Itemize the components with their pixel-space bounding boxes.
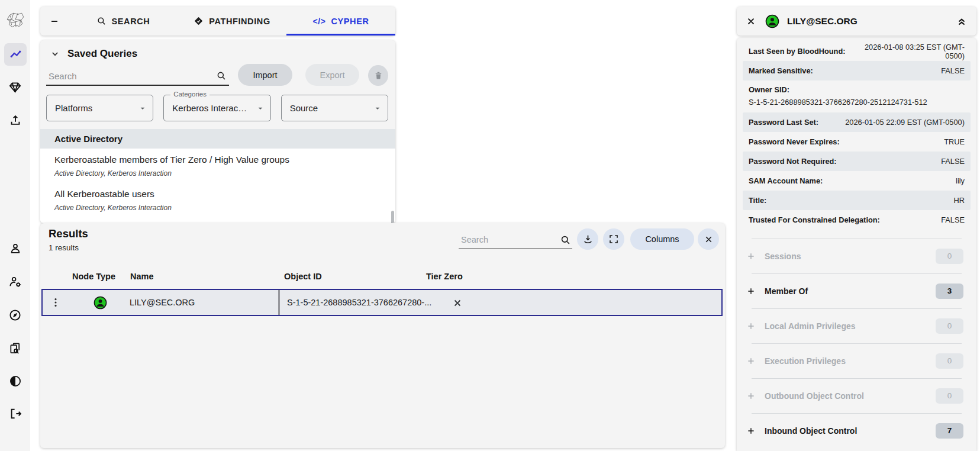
pathfinding-icon (194, 16, 204, 26)
search-icon (96, 16, 107, 26)
columns-button[interactable]: Columns (630, 228, 694, 250)
import-button[interactable]: Import (238, 64, 292, 86)
sidebar-item-docs[interactable] (0, 304, 30, 326)
property-row: Title: HR (743, 191, 971, 210)
section-member-of[interactable]: Member Of 3 (737, 273, 976, 308)
plus-icon (746, 426, 756, 436)
plus-icon (746, 286, 756, 296)
section-label: Execution Privileges (765, 356, 846, 366)
query-category-header: Active Directory (40, 129, 395, 149)
chevron-down-icon[interactable] (49, 48, 61, 60)
bloodhound-logo (0, 8, 30, 33)
sidebar-item-file-ingest[interactable] (0, 109, 30, 131)
sidebar-item-logout[interactable] (0, 402, 30, 425)
close-entity-panel-button[interactable] (746, 16, 756, 27)
expand-results-button[interactable] (603, 228, 624, 250)
section-inbound-object-control[interactable]: Inbound Object Control 7 (737, 413, 976, 448)
saved-queries-search (46, 65, 229, 86)
property-row: Password Never Expires: TRUE (743, 132, 971, 152)
saved-queries-search-input[interactable] (47, 70, 221, 82)
upload-icon (9, 114, 22, 127)
entity-title: LILY@SEC.ORG (787, 16, 858, 27)
gem-icon (8, 80, 22, 94)
property-row: Trusted For Constrained Delegation: FALS… (743, 210, 971, 230)
section-local-admin-privileges[interactable]: Local Admin Privileges 0 (737, 308, 976, 343)
sidebar-item-explore[interactable] (4, 43, 27, 66)
results-search (459, 230, 572, 249)
collapse-entity-panel-button[interactable] (956, 15, 968, 27)
tab-pathfinding[interactable]: PATHFINDING (178, 7, 286, 36)
column-header-tier-zero[interactable]: Tier Zero (426, 272, 463, 281)
property-row: Marked Sensitive: FALSE (743, 61, 971, 80)
delete-queries-button[interactable] (368, 65, 388, 86)
download-icon (582, 234, 594, 245)
sidebar-item-api-explorer[interactable] (0, 337, 30, 359)
entity-sections: Sessions 0 Member Of 3 Local Admin Privi… (737, 239, 976, 448)
property-label: SAM Account Name: (749, 176, 823, 185)
person-icon (9, 242, 22, 255)
explore-tab-bar: SEARCH PATHFINDING </> CYPHER (40, 7, 395, 36)
sidebar-item-administration[interactable] (0, 270, 30, 293)
plus-icon (746, 321, 756, 331)
property-value: FALSE (941, 157, 965, 166)
saved-queries-header: Saved Queries (40, 40, 395, 61)
property-value: TRUE (944, 137, 965, 146)
query-tags: Active Directory, Kerberos Interaction (54, 169, 395, 178)
result-table-row[interactable]: LILY@SEC.ORG S-1-5-21-2688985321-3766267… (41, 289, 723, 316)
tab-search[interactable]: SEARCH (69, 7, 178, 36)
section-count-badge: 0 (936, 249, 963, 264)
close-icon (704, 234, 714, 244)
column-header-object-id[interactable]: Object ID (284, 272, 322, 281)
section-label: Outbound Object Control (765, 391, 864, 401)
property-label: Last Seen by BloodHound: (749, 47, 846, 56)
export-button[interactable]: Export (305, 64, 360, 86)
section-label: Sessions (765, 252, 801, 261)
tab-cypher[interactable]: </> CYPHER (286, 7, 395, 36)
section-count-badge: 3 (936, 284, 963, 299)
property-value: FALSE (941, 66, 965, 75)
download-results-button[interactable] (577, 228, 598, 250)
platforms-select[interactable]: Platforms (46, 95, 153, 121)
section-label: Member Of (765, 286, 808, 296)
saved-queries-title: Saved Queries (67, 48, 137, 60)
sidebar-item-profile[interactable] (0, 237, 30, 260)
column-header-node-type[interactable]: Node Type (72, 272, 115, 281)
query-list-item[interactable]: Kerberoastable users with most admin pri… (40, 217, 395, 223)
query-list-item[interactable]: All Kerberoastable users Active Director… (40, 183, 395, 217)
property-value: S-1-5-21-2688985321-3766267280-251212473… (749, 98, 965, 107)
cell-name: LILY@SEC.ORG (130, 298, 195, 307)
saved-queries-panel: Saved Queries Import Export Platforms Ca… (40, 40, 395, 223)
query-list-item[interactable]: Kerberoastable members of Tier Zero / Hi… (40, 149, 395, 183)
entity-panel-header: LILY@SEC.ORG (737, 7, 976, 36)
column-header-name[interactable]: Name (130, 272, 154, 281)
code-icon: </> (312, 17, 325, 26)
document-search-icon (8, 342, 22, 355)
property-label: Password Not Required: (749, 157, 837, 166)
section-execution-privileges[interactable]: Execution Privileges 0 (737, 343, 976, 378)
sidebar-item-dark-mode[interactable] (0, 370, 30, 392)
logout-icon (9, 407, 22, 420)
section-sessions[interactable]: Sessions 0 (737, 239, 976, 273)
results-search-input[interactable] (460, 234, 551, 245)
close-results-button[interactable] (698, 228, 719, 250)
cell-object-id[interactable]: S-1-5-21-2688985321-3766267280-... (287, 298, 431, 307)
query-title: Kerberoastable members of Tier Zero / Hi… (54, 154, 395, 166)
sidebar-item-group-management[interactable] (0, 76, 30, 98)
section-outbound-object-control[interactable]: Outbound Object Control 0 (737, 378, 976, 413)
categories-select[interactable]: Categories Kerberos Interacti... (163, 95, 270, 121)
categories-select-label: Categories (170, 91, 209, 98)
minimize-button[interactable] (40, 7, 69, 36)
row-menu-button[interactable] (50, 297, 62, 308)
caret-down-icon (256, 104, 265, 113)
property-row: SAM Account Name: lily (743, 171, 971, 191)
property-label: Owner SID: (749, 85, 789, 94)
property-label: Marked Sensitive: (749, 66, 813, 75)
property-value: FALSE (941, 215, 965, 224)
property-row: Last Seen by BloodHound: 2026-01-08 03:2… (743, 41, 971, 61)
source-select[interactable]: Source (281, 95, 388, 121)
query-list-scrollbar[interactable] (391, 211, 394, 223)
property-value: 2026-01-08 03:25 EST (GMT-0500) (850, 43, 965, 60)
contrast-icon (9, 375, 22, 388)
saved-queries-list: Active Directory Kerberoastable members … (40, 129, 395, 223)
saved-queries-toolbar: Import Export (40, 61, 395, 87)
